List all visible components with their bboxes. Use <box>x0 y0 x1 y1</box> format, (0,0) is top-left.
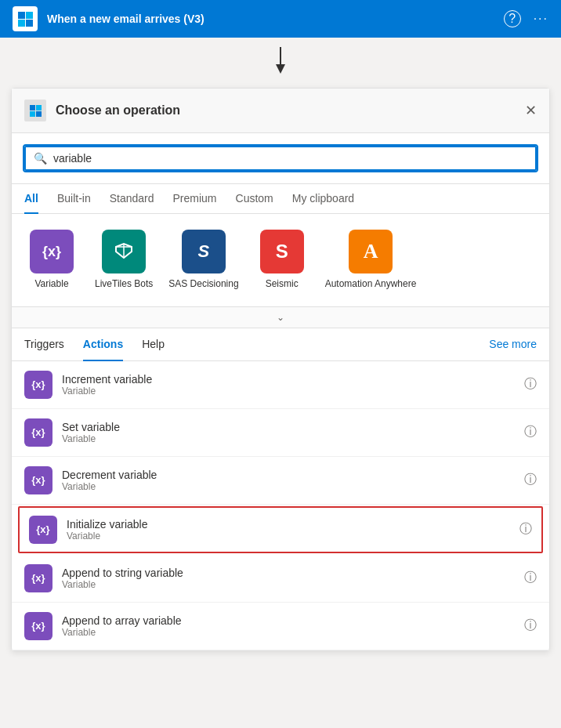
down-arrow-icon <box>273 47 288 78</box>
tab-custom[interactable]: Custom <box>236 184 273 214</box>
svg-rect-7 <box>36 105 42 110</box>
action-name-set: Set variable <box>62 421 524 433</box>
svg-rect-6 <box>30 105 35 110</box>
action-icon-append-array: {x} <box>24 612 52 640</box>
action-category-decrement: Variable <box>62 481 524 492</box>
app-icon <box>13 6 38 31</box>
action-icon-initialize: {x} <box>29 516 57 544</box>
action-item-increment-variable[interactable]: {x} Increment variable Variable ⓘ <box>12 361 549 409</box>
tab-builtin[interactable]: Built-in <box>57 184 91 214</box>
action-item-set-variable[interactable]: {x} Set variable Variable ⓘ <box>12 409 549 457</box>
subtab-help[interactable]: Help <box>142 328 165 361</box>
action-item-decrement-variable[interactable]: {x} Decrement variable Variable ⓘ <box>12 457 549 505</box>
help-icon[interactable]: ? <box>504 10 521 27</box>
search-icon: 🔍 <box>34 152 47 165</box>
connector-livetiles[interactable]: LiveTiles Bots <box>95 230 153 291</box>
subtab-actions[interactable]: Actions <box>83 328 123 361</box>
header-actions: ? ··· <box>504 10 548 27</box>
tab-clipboard[interactable]: My clipboard <box>292 184 354 214</box>
action-name-append-array: Append to array variable <box>62 614 524 627</box>
choose-operation-panel: Choose an operation ✕ 🔍 All Built-in Sta… <box>11 88 550 651</box>
search-input[interactable] <box>53 152 527 165</box>
connector-automation-anywhere[interactable]: A Automation Anywhere <box>325 230 417 291</box>
top-header: When a new email arrives (V3) ? ··· <box>0 0 561 38</box>
action-icon-increment: {x} <box>24 371 52 399</box>
action-category-increment: Variable <box>62 386 524 397</box>
subtab-triggers[interactable]: Triggers <box>24 328 64 361</box>
livetiles-icon-box <box>102 230 146 273</box>
more-icon[interactable]: ··· <box>534 12 548 26</box>
action-category-set: Variable <box>62 433 524 444</box>
svg-rect-2 <box>18 20 25 27</box>
action-category-initialize: Variable <box>67 531 519 541</box>
action-info-append-array[interactable]: ⓘ <box>524 618 537 634</box>
collapse-row[interactable]: ⌄ <box>12 307 549 328</box>
action-category-append-array: Variable <box>62 627 524 638</box>
action-text-initialize: Initialize variable Variable <box>67 518 519 541</box>
filter-tabs: All Built-in Standard Premium Custom My … <box>12 184 549 214</box>
action-text-increment: Increment variable Variable <box>62 373 524 397</box>
action-info-initialize[interactable]: ⓘ <box>519 521 532 538</box>
action-text-append-array: Append to array variable Variable <box>62 614 524 638</box>
svg-rect-9 <box>36 111 42 117</box>
collapse-icon: ⌄ <box>277 312 284 323</box>
action-text-set: Set variable Variable <box>62 421 524 444</box>
action-name-initialize: Initialize variable <box>67 518 519 531</box>
panel-header-icon <box>24 100 46 121</box>
svg-rect-8 <box>30 111 35 117</box>
variable-label: Variable <box>34 278 68 291</box>
action-name-increment: Increment variable <box>62 373 524 386</box>
action-icon-decrement: {x} <box>24 466 52 494</box>
livetiles-label: LiveTiles Bots <box>95 278 153 291</box>
connector-icons-grid: {x} Variable LiveTiles Bots S SAS Decisi… <box>12 214 549 307</box>
seismic-icon-box: S <box>260 230 304 273</box>
action-info-append-string[interactable]: ⓘ <box>524 570 537 586</box>
svg-marker-5 <box>276 64 285 74</box>
tab-standard[interactable]: Standard <box>110 184 154 214</box>
svg-rect-3 <box>26 20 33 27</box>
svg-rect-1 <box>26 12 33 19</box>
sas-icon-box: S <box>182 230 226 273</box>
automation-anywhere-label: Automation Anywhere <box>325 278 417 291</box>
sas-label: SAS Decisioning <box>168 278 238 291</box>
action-text-decrement: Decrement variable Variable <box>62 469 524 492</box>
action-category-append-string: Variable <box>62 579 524 590</box>
connector-variable[interactable]: {x} Variable <box>24 230 79 291</box>
close-button[interactable]: ✕ <box>525 102 537 119</box>
action-info-set[interactable]: ⓘ <box>524 424 537 440</box>
connector-seismic[interactable]: S Seismic <box>255 230 309 291</box>
tab-premium[interactable]: Premium <box>173 184 217 214</box>
action-item-initialize-variable[interactable]: {x} Initialize variable Variable ⓘ <box>18 506 543 553</box>
search-container: 🔍 <box>12 133 549 184</box>
svg-rect-0 <box>18 12 25 19</box>
action-text-append-string: Append to string variable Variable <box>62 567 524 590</box>
action-info-decrement[interactable]: ⓘ <box>524 472 537 488</box>
action-name-append-string: Append to string variable <box>62 567 524 579</box>
panel-header: Choose an operation ✕ <box>12 89 549 133</box>
action-icon-append-string: {x} <box>24 564 52 592</box>
action-list: {x} Increment variable Variable ⓘ {x} Se… <box>12 361 549 650</box>
variable-icon-box: {x} <box>30 230 74 273</box>
see-more-link[interactable]: See more <box>489 338 537 350</box>
action-item-append-string[interactable]: {x} Append to string variable Variable ⓘ <box>12 555 549 603</box>
search-box[interactable]: 🔍 <box>24 146 537 171</box>
header-title: When a new email arrives (V3) <box>47 13 504 25</box>
seismic-label: Seismic <box>266 278 299 291</box>
arrow-connector <box>0 38 561 88</box>
automation-anywhere-icon-box: A <box>349 230 393 273</box>
action-item-append-array[interactable]: {x} Append to array variable Variable ⓘ <box>12 603 549 650</box>
action-icon-set: {x} <box>24 418 52 447</box>
tab-all[interactable]: All <box>24 184 38 214</box>
action-info-increment[interactable]: ⓘ <box>524 376 537 393</box>
sub-tabs: Triggers Actions Help See more <box>12 328 549 361</box>
connector-sas[interactable]: S SAS Decisioning <box>168 230 238 291</box>
panel-title: Choose an operation <box>56 103 525 118</box>
action-name-decrement: Decrement variable <box>62 469 524 481</box>
